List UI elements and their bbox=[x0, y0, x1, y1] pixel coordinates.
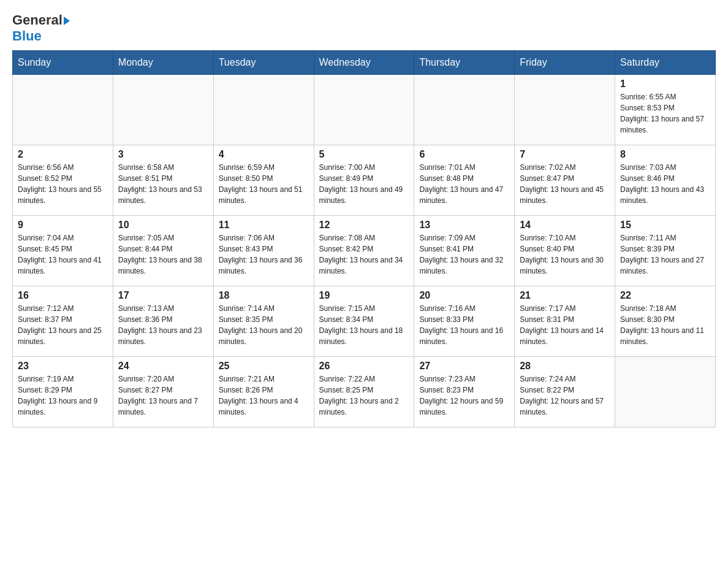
day-number: 6 bbox=[419, 149, 509, 160]
day-number: 24 bbox=[118, 361, 208, 372]
page-header: General Blue bbox=[12, 12, 716, 44]
calendar-cell: 12Sunrise: 7:08 AM Sunset: 8:42 PM Dayli… bbox=[314, 216, 414, 286]
calendar-cell bbox=[213, 75, 314, 145]
day-header-wednesday: Wednesday bbox=[314, 51, 414, 75]
day-info: Sunrise: 7:23 AM Sunset: 8:23 PM Dayligh… bbox=[419, 373, 509, 418]
calendar-cell bbox=[414, 75, 515, 145]
day-info: Sunrise: 7:19 AM Sunset: 8:29 PM Dayligh… bbox=[18, 373, 108, 418]
day-number: 22 bbox=[620, 290, 710, 301]
calendar-cell: 27Sunrise: 7:23 AM Sunset: 8:23 PM Dayli… bbox=[414, 357, 515, 427]
calendar-cell: 17Sunrise: 7:13 AM Sunset: 8:36 PM Dayli… bbox=[113, 286, 213, 357]
calendar-cell: 25Sunrise: 7:21 AM Sunset: 8:26 PM Dayli… bbox=[213, 357, 314, 427]
day-info: Sunrise: 7:12 AM Sunset: 8:37 PM Dayligh… bbox=[18, 303, 108, 347]
day-header-saturday: Saturday bbox=[615, 51, 716, 75]
day-number: 9 bbox=[18, 220, 108, 231]
calendar-cell: 9Sunrise: 7:04 AM Sunset: 8:45 PM Daylig… bbox=[13, 216, 113, 286]
day-number: 13 bbox=[419, 220, 509, 231]
calendar-table: SundayMondayTuesdayWednesdayThursdayFrid… bbox=[12, 50, 716, 427]
day-header-friday: Friday bbox=[515, 51, 615, 75]
calendar-cell: 18Sunrise: 7:14 AM Sunset: 8:35 PM Dayli… bbox=[213, 286, 314, 357]
day-info: Sunrise: 7:10 AM Sunset: 8:40 PM Dayligh… bbox=[520, 232, 610, 277]
day-number: 5 bbox=[319, 149, 409, 160]
calendar-cell bbox=[113, 75, 213, 145]
day-header-thursday: Thursday bbox=[414, 51, 515, 75]
week-row-1: 1Sunrise: 6:55 AM Sunset: 8:53 PM Daylig… bbox=[13, 75, 716, 145]
logo-text: General bbox=[12, 12, 70, 28]
day-info: Sunrise: 7:15 AM Sunset: 8:34 PM Dayligh… bbox=[319, 303, 409, 347]
week-row-3: 9Sunrise: 7:04 AM Sunset: 8:45 PM Daylig… bbox=[13, 216, 716, 286]
day-number: 17 bbox=[118, 290, 208, 301]
day-number: 10 bbox=[118, 220, 208, 231]
calendar-cell: 7Sunrise: 7:02 AM Sunset: 8:47 PM Daylig… bbox=[515, 145, 615, 216]
calendar-cell: 15Sunrise: 7:11 AM Sunset: 8:39 PM Dayli… bbox=[615, 216, 716, 286]
day-info: Sunrise: 7:03 AM Sunset: 8:46 PM Dayligh… bbox=[620, 162, 710, 206]
week-row-2: 2Sunrise: 6:56 AM Sunset: 8:52 PM Daylig… bbox=[13, 145, 716, 216]
day-number: 25 bbox=[219, 361, 309, 372]
day-number: 28 bbox=[520, 361, 610, 372]
day-number: 8 bbox=[620, 149, 710, 160]
day-number: 12 bbox=[319, 220, 409, 231]
calendar-cell: 4Sunrise: 6:59 AM Sunset: 8:50 PM Daylig… bbox=[213, 145, 314, 216]
day-info: Sunrise: 7:00 AM Sunset: 8:49 PM Dayligh… bbox=[319, 162, 409, 206]
day-number: 15 bbox=[620, 220, 710, 231]
week-row-4: 16Sunrise: 7:12 AM Sunset: 8:37 PM Dayli… bbox=[13, 286, 716, 357]
calendar-cell bbox=[13, 75, 113, 145]
day-header-tuesday: Tuesday bbox=[213, 51, 314, 75]
day-number: 26 bbox=[319, 361, 409, 372]
day-header-sunday: Sunday bbox=[13, 51, 113, 75]
day-number: 3 bbox=[118, 149, 208, 160]
day-info: Sunrise: 7:16 AM Sunset: 8:33 PM Dayligh… bbox=[419, 303, 509, 347]
calendar-cell: 19Sunrise: 7:15 AM Sunset: 8:34 PM Dayli… bbox=[314, 286, 414, 357]
day-number: 18 bbox=[219, 290, 309, 301]
day-number: 19 bbox=[319, 290, 409, 301]
calendar-cell: 26Sunrise: 7:22 AM Sunset: 8:25 PM Dayli… bbox=[314, 357, 414, 427]
calendar-cell: 5Sunrise: 7:00 AM Sunset: 8:49 PM Daylig… bbox=[314, 145, 414, 216]
day-info: Sunrise: 7:11 AM Sunset: 8:39 PM Dayligh… bbox=[620, 232, 710, 277]
calendar-cell bbox=[615, 357, 716, 427]
day-info: Sunrise: 7:04 AM Sunset: 8:45 PM Dayligh… bbox=[18, 232, 108, 277]
day-number: 4 bbox=[219, 149, 309, 160]
day-info: Sunrise: 7:20 AM Sunset: 8:27 PM Dayligh… bbox=[118, 373, 208, 418]
day-info: Sunrise: 7:24 AM Sunset: 8:22 PM Dayligh… bbox=[520, 373, 610, 418]
calendar-cell: 21Sunrise: 7:17 AM Sunset: 8:31 PM Dayli… bbox=[515, 286, 615, 357]
day-number: 11 bbox=[219, 220, 309, 231]
logo-blue-text: Blue bbox=[12, 28, 42, 44]
calendar-cell: 10Sunrise: 7:05 AM Sunset: 8:44 PM Dayli… bbox=[113, 216, 213, 286]
week-row-5: 23Sunrise: 7:19 AM Sunset: 8:29 PM Dayli… bbox=[13, 357, 716, 427]
day-info: Sunrise: 7:18 AM Sunset: 8:30 PM Dayligh… bbox=[620, 303, 710, 347]
day-number: 2 bbox=[18, 149, 108, 160]
day-info: Sunrise: 6:56 AM Sunset: 8:52 PM Dayligh… bbox=[18, 162, 108, 206]
day-info: Sunrise: 7:01 AM Sunset: 8:48 PM Dayligh… bbox=[419, 162, 509, 206]
day-info: Sunrise: 6:55 AM Sunset: 8:53 PM Dayligh… bbox=[620, 91, 710, 136]
calendar-cell bbox=[314, 75, 414, 145]
calendar-cell: 23Sunrise: 7:19 AM Sunset: 8:29 PM Dayli… bbox=[13, 357, 113, 427]
calendar-cell: 11Sunrise: 7:06 AM Sunset: 8:43 PM Dayli… bbox=[213, 216, 314, 286]
calendar-cell: 8Sunrise: 7:03 AM Sunset: 8:46 PM Daylig… bbox=[615, 145, 716, 216]
logo: General Blue bbox=[12, 12, 70, 44]
day-info: Sunrise: 6:59 AM Sunset: 8:50 PM Dayligh… bbox=[219, 162, 309, 206]
calendar-cell: 24Sunrise: 7:20 AM Sunset: 8:27 PM Dayli… bbox=[113, 357, 213, 427]
day-number: 16 bbox=[18, 290, 108, 301]
logo-general-text: General bbox=[12, 12, 63, 28]
calendar-header-row: SundayMondayTuesdayWednesdayThursdayFrid… bbox=[13, 51, 716, 75]
calendar-cell: 22Sunrise: 7:18 AM Sunset: 8:30 PM Dayli… bbox=[615, 286, 716, 357]
day-header-monday: Monday bbox=[113, 51, 213, 75]
day-number: 7 bbox=[520, 149, 610, 160]
calendar-cell: 28Sunrise: 7:24 AM Sunset: 8:22 PM Dayli… bbox=[515, 357, 615, 427]
day-info: Sunrise: 7:08 AM Sunset: 8:42 PM Dayligh… bbox=[319, 232, 409, 277]
day-number: 14 bbox=[520, 220, 610, 231]
day-info: Sunrise: 7:22 AM Sunset: 8:25 PM Dayligh… bbox=[319, 373, 409, 418]
logo-arrow-icon bbox=[64, 17, 70, 25]
calendar-cell: 3Sunrise: 6:58 AM Sunset: 8:51 PM Daylig… bbox=[113, 145, 213, 216]
calendar-cell: 2Sunrise: 6:56 AM Sunset: 8:52 PM Daylig… bbox=[13, 145, 113, 216]
day-info: Sunrise: 7:21 AM Sunset: 8:26 PM Dayligh… bbox=[219, 373, 309, 418]
calendar-cell: 16Sunrise: 7:12 AM Sunset: 8:37 PM Dayli… bbox=[13, 286, 113, 357]
day-number: 27 bbox=[419, 361, 509, 372]
day-info: Sunrise: 7:02 AM Sunset: 8:47 PM Dayligh… bbox=[520, 162, 610, 206]
day-number: 20 bbox=[419, 290, 509, 301]
calendar-cell: 1Sunrise: 6:55 AM Sunset: 8:53 PM Daylig… bbox=[615, 75, 716, 145]
day-info: Sunrise: 7:13 AM Sunset: 8:36 PM Dayligh… bbox=[118, 303, 208, 347]
calendar-cell: 20Sunrise: 7:16 AM Sunset: 8:33 PM Dayli… bbox=[414, 286, 515, 357]
day-info: Sunrise: 6:58 AM Sunset: 8:51 PM Dayligh… bbox=[118, 162, 208, 206]
calendar-cell bbox=[515, 75, 615, 145]
